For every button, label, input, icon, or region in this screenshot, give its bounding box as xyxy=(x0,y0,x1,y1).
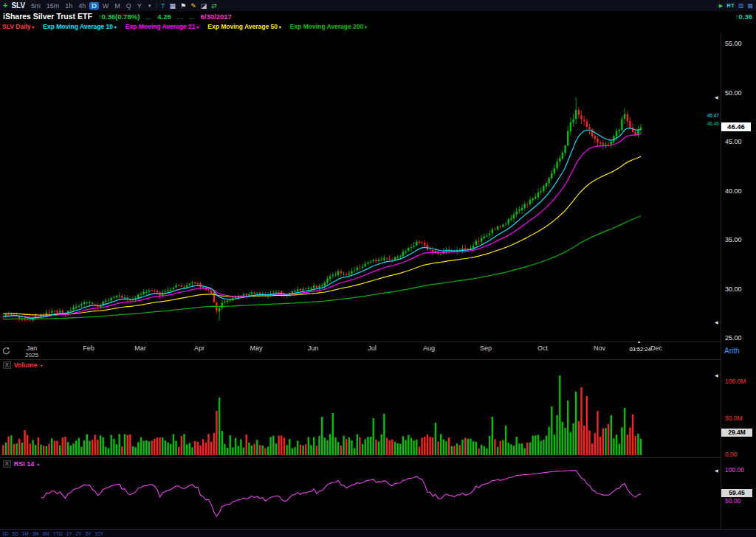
month-label: Feb xyxy=(78,344,100,352)
month-label: Sep xyxy=(475,344,497,352)
layout-grid-icon[interactable]: ▦ xyxy=(747,2,753,9)
scale-mode-button[interactable]: Arith xyxy=(724,347,740,355)
timeframe-1h[interactable]: 1h xyxy=(63,2,75,10)
caret-down-icon: ▾ xyxy=(196,25,199,30)
timeframe-m[interactable]: M xyxy=(112,2,123,10)
price-axis-tick: 25.00 xyxy=(725,334,742,342)
indicator-label[interactable]: Exp Moving Average 200 ▾ xyxy=(290,23,367,30)
reset-zoom-icon[interactable] xyxy=(1,346,11,356)
volume-value-badge: 29.4M xyxy=(721,429,752,437)
timeframe-dropdown-icon[interactable]: ▼ xyxy=(148,4,152,8)
line-value-label: 46.46 xyxy=(698,121,719,126)
last-price-badge: 46.46 xyxy=(721,122,751,131)
price-axis-tick: 30.00 xyxy=(725,285,742,293)
range-link-1m[interactable]: 1M xyxy=(22,531,29,536)
quote-date: 6/30/2017 xyxy=(201,13,232,21)
timeframe-4h[interactable]: 4h xyxy=(76,2,88,10)
play-icon[interactable]: ▶ xyxy=(719,3,723,9)
price-change: ↑0.36(0.78%) xyxy=(98,13,140,21)
price-axis-tick: 50.00 xyxy=(725,89,742,97)
toolbar-divider: | xyxy=(156,2,157,10)
pencil-tool-icon[interactable]: ✎ xyxy=(190,2,196,10)
panel-separator xyxy=(0,359,721,360)
rsi-axis-tick: 50.00 xyxy=(725,497,740,505)
range-link-10y[interactable]: 10Y xyxy=(95,531,104,536)
realtime-label: RT xyxy=(726,2,735,9)
range-low-marker-icon: ◀ xyxy=(715,320,718,325)
quote-field-dots: ... xyxy=(189,13,195,21)
range-link-3m[interactable]: 3M xyxy=(32,531,39,536)
rsi-title[interactable]: RSI 14 xyxy=(14,460,35,468)
panel-separator xyxy=(0,342,721,342)
month-label: Aug xyxy=(418,344,440,352)
range-link-ytd[interactable]: YTD xyxy=(53,531,63,536)
range-link-5d[interactable]: 5D xyxy=(12,531,18,536)
share-tool-icon[interactable]: ⇄ xyxy=(211,2,217,10)
caret-down-icon: ▾ xyxy=(363,25,367,30)
range-link-1d[interactable]: 1D xyxy=(2,531,8,536)
rsi-value-badge: 59.45 xyxy=(721,489,752,497)
range-link-6m[interactable]: 6M xyxy=(43,531,49,536)
timeframe-y[interactable]: Y xyxy=(135,2,144,10)
flag-tool-icon[interactable]: ⚑ xyxy=(180,2,186,10)
price-axis-tick: 35.00 xyxy=(725,236,742,243)
axis-separator xyxy=(721,32,721,529)
month-label: Oct xyxy=(532,344,554,352)
month-label: Nov xyxy=(588,344,611,352)
volume-title[interactable]: Volume xyxy=(14,361,38,369)
timeframe-15m[interactable]: 15m xyxy=(44,2,62,10)
rsi-axis-tick: 100.00 xyxy=(725,466,744,474)
price-axis-tick: 55.00 xyxy=(725,40,742,47)
volume-panel-header: X Volume ▾ xyxy=(3,361,43,369)
price-chart[interactable] xyxy=(0,32,721,342)
timeframe-5m[interactable]: 5m xyxy=(29,2,43,10)
range-link-5y[interactable]: 5Y xyxy=(86,531,92,536)
timeframe-d[interactable]: D xyxy=(89,2,99,10)
candle-countdown-marker-icon: ▲ xyxy=(637,339,641,344)
rsi-panel-header: X RSI 14 ▾ xyxy=(3,460,39,468)
timeframe-group: 5m15m1h4hDWMQY xyxy=(29,2,144,10)
indicator-label[interactable]: Exp Moving Average 21 ▾ xyxy=(126,23,199,30)
quote-field-dots: ... xyxy=(177,13,183,21)
range-link-2y[interactable]: 2Y xyxy=(76,531,82,536)
quote-row: iShares Silver Trust ETF ↑0.36(0.78%) ..… xyxy=(0,11,756,21)
line-value-label: 46.47 xyxy=(698,113,719,118)
chart-series-label[interactable]: SLV Daily ▾ xyxy=(2,23,34,30)
month-label: Jul xyxy=(361,344,383,352)
add-symbol-icon[interactable]: + xyxy=(3,1,7,10)
rsi-chart[interactable] xyxy=(0,459,721,530)
indicator-label[interactable]: Exp Moving Average 50 ▾ xyxy=(207,23,281,30)
columns-icon[interactable]: ▥ xyxy=(738,2,744,9)
volume-chart[interactable] xyxy=(0,360,721,457)
timeframe-w[interactable]: W xyxy=(100,2,111,10)
volume-high-marker-icon: ◀ xyxy=(715,373,718,378)
close-rsi-button[interactable]: X xyxy=(3,460,11,468)
caret-down-icon: ▾ xyxy=(278,25,281,30)
volume-axis-tick: 100.0M xyxy=(725,378,746,385)
caret-down-icon[interactable]: ▾ xyxy=(41,363,43,368)
trading-platform-window: + SLV 5m15m1h4hDWMQY ▼ | T▦⚑✎◪⇄ ▶ RT ▥ ▦… xyxy=(0,0,756,537)
symbol-label[interactable]: SLV xyxy=(11,1,25,10)
range-link-1y[interactable]: 1Y xyxy=(66,531,72,536)
instrument-name: iShares Silver Trust ETF xyxy=(3,12,92,21)
month-label: Jun xyxy=(302,344,324,352)
month-label: Apr xyxy=(188,344,210,352)
price-axis-tick: 40.00 xyxy=(725,187,742,195)
chart-type-icon[interactable]: ▦ xyxy=(170,2,176,10)
quote-field-dots: ... xyxy=(145,13,151,21)
text-tool-icon[interactable]: T xyxy=(161,2,165,10)
session-change: ↑0.36 xyxy=(735,13,752,21)
close-volume-button[interactable]: X xyxy=(3,361,11,369)
volume-axis-tick: 50.0M xyxy=(725,415,743,422)
month-label: May xyxy=(245,344,267,352)
timeframe-q[interactable]: Q xyxy=(124,2,134,10)
month-label: Dec xyxy=(645,344,667,352)
volume-axis-tick: 0.00 xyxy=(725,451,738,458)
drawing-toolbar: T▦⚑✎◪⇄ xyxy=(161,2,217,10)
indicator-label[interactable]: Exp Moving Average 10 ▾ xyxy=(43,23,116,30)
range-high-marker-icon: ◀ xyxy=(715,95,718,100)
caret-down-icon[interactable]: ▾ xyxy=(37,462,39,467)
rsi-high-marker-icon: ◀ xyxy=(715,468,718,473)
panel-separator xyxy=(0,457,721,458)
eraser-tool-icon[interactable]: ◪ xyxy=(201,2,207,10)
